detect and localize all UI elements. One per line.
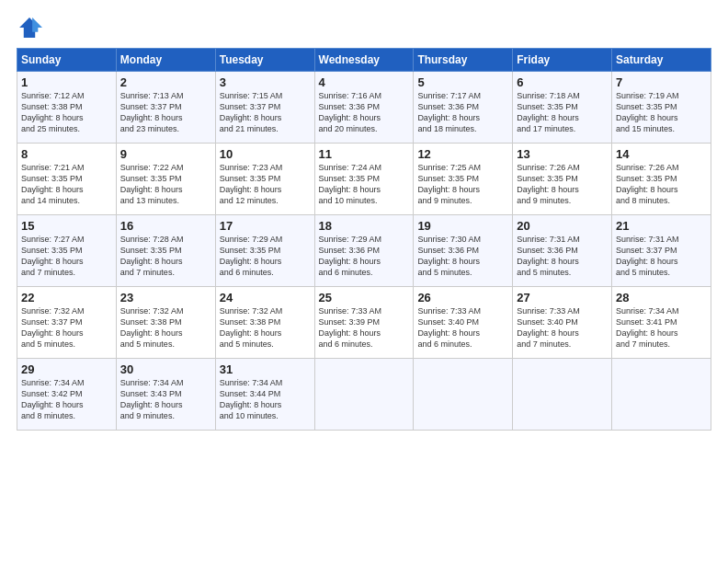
day-header-thursday: Thursday: [414, 49, 513, 72]
cal-cell: 5Sunrise: 7:17 AMSunset: 3:36 PMDaylight…: [414, 72, 513, 144]
logo: [17, 15, 46, 40]
cal-cell: [314, 359, 414, 431]
cal-cell: [612, 359, 711, 431]
day-number: 9: [120, 147, 211, 161]
cell-info: Sunrise: 7:12 AMSunset: 3:38 PMDaylight:…: [21, 90, 112, 135]
cal-cell: 31Sunrise: 7:34 AMSunset: 3:44 PMDayligh…: [215, 359, 314, 431]
day-number: 29: [21, 362, 112, 376]
cal-cell: 16Sunrise: 7:28 AMSunset: 3:35 PMDayligh…: [116, 215, 215, 287]
day-number: 20: [517, 219, 608, 233]
cell-info: Sunrise: 7:19 AMSunset: 3:35 PMDaylight:…: [616, 90, 707, 135]
day-number: 12: [417, 147, 508, 161]
day-number: 31: [220, 362, 311, 376]
cell-info: Sunrise: 7:32 AMSunset: 3:37 PMDaylight:…: [21, 305, 112, 350]
week-row-4: 22Sunrise: 7:32 AMSunset: 3:37 PMDayligh…: [17, 287, 711, 359]
cal-cell: 28Sunrise: 7:34 AMSunset: 3:41 PMDayligh…: [612, 287, 711, 359]
week-row-2: 8Sunrise: 7:21 AMSunset: 3:35 PMDaylight…: [17, 144, 711, 215]
calendar-table: SundayMondayTuesdayWednesdayThursdayFrid…: [17, 48, 711, 431]
cal-cell: 14Sunrise: 7:26 AMSunset: 3:35 PMDayligh…: [612, 144, 711, 215]
cal-cell: 24Sunrise: 7:32 AMSunset: 3:38 PMDayligh…: [215, 287, 314, 359]
day-header-saturday: Saturday: [612, 49, 711, 72]
cal-cell: 1Sunrise: 7:12 AMSunset: 3:38 PMDaylight…: [17, 72, 117, 144]
cell-info: Sunrise: 7:15 AMSunset: 3:37 PMDaylight:…: [220, 90, 311, 135]
day-number: 8: [21, 147, 112, 161]
cell-info: Sunrise: 7:28 AMSunset: 3:35 PMDaylight:…: [120, 234, 211, 279]
cell-info: Sunrise: 7:26 AMSunset: 3:35 PMDaylight:…: [517, 162, 608, 207]
day-number: 1: [21, 75, 112, 89]
day-number: 30: [120, 362, 211, 376]
cell-info: Sunrise: 7:34 AMSunset: 3:43 PMDaylight:…: [120, 377, 211, 422]
day-header-wednesday: Wednesday: [314, 49, 414, 72]
cal-cell: 9Sunrise: 7:22 AMSunset: 3:35 PMDaylight…: [116, 144, 215, 215]
day-number: 17: [220, 219, 311, 233]
cal-cell: 6Sunrise: 7:18 AMSunset: 3:35 PMDaylight…: [513, 72, 612, 144]
day-number: 15: [21, 219, 112, 233]
day-number: 27: [517, 291, 608, 304]
cal-cell: 11Sunrise: 7:24 AMSunset: 3:35 PMDayligh…: [314, 144, 414, 215]
cell-info: Sunrise: 7:34 AMSunset: 3:44 PMDaylight:…: [220, 377, 311, 422]
day-header-monday: Monday: [116, 49, 215, 72]
cal-cell: 12Sunrise: 7:25 AMSunset: 3:35 PMDayligh…: [414, 144, 513, 215]
week-row-1: 1Sunrise: 7:12 AMSunset: 3:38 PMDaylight…: [17, 72, 711, 144]
cal-cell: 2Sunrise: 7:13 AMSunset: 3:37 PMDaylight…: [116, 72, 215, 144]
cal-cell: 30Sunrise: 7:34 AMSunset: 3:43 PMDayligh…: [116, 359, 215, 431]
cal-cell: [414, 359, 513, 431]
cell-info: Sunrise: 7:33 AMSunset: 3:39 PMDaylight:…: [319, 305, 410, 350]
logo-icon: [17, 15, 42, 40]
cal-cell: 29Sunrise: 7:34 AMSunset: 3:42 PMDayligh…: [17, 359, 117, 431]
day-number: 2: [120, 75, 211, 89]
cell-info: Sunrise: 7:17 AMSunset: 3:36 PMDaylight:…: [417, 90, 508, 135]
cal-cell: 22Sunrise: 7:32 AMSunset: 3:37 PMDayligh…: [17, 287, 117, 359]
cell-info: Sunrise: 7:13 AMSunset: 3:37 PMDaylight:…: [120, 90, 211, 135]
cell-info: Sunrise: 7:30 AMSunset: 3:36 PMDaylight:…: [417, 234, 508, 279]
cal-cell: 7Sunrise: 7:19 AMSunset: 3:35 PMDaylight…: [612, 72, 711, 144]
cal-cell: 21Sunrise: 7:31 AMSunset: 3:37 PMDayligh…: [612, 215, 711, 287]
cell-info: Sunrise: 7:31 AMSunset: 3:36 PMDaylight:…: [517, 234, 608, 279]
cal-cell: 20Sunrise: 7:31 AMSunset: 3:36 PMDayligh…: [513, 215, 612, 287]
cal-cell: 27Sunrise: 7:33 AMSunset: 3:40 PMDayligh…: [513, 287, 612, 359]
cell-info: Sunrise: 7:24 AMSunset: 3:35 PMDaylight:…: [319, 162, 410, 207]
cell-info: Sunrise: 7:27 AMSunset: 3:35 PMDaylight:…: [21, 234, 112, 279]
cell-info: Sunrise: 7:31 AMSunset: 3:37 PMDaylight:…: [616, 234, 707, 279]
day-number: 5: [417, 75, 508, 89]
day-header-tuesday: Tuesday: [215, 49, 314, 72]
day-number: 18: [319, 219, 410, 233]
day-number: 23: [120, 291, 211, 304]
cell-info: Sunrise: 7:33 AMSunset: 3:40 PMDaylight:…: [417, 305, 508, 350]
day-number: 13: [517, 147, 608, 161]
cal-cell: 8Sunrise: 7:21 AMSunset: 3:35 PMDaylight…: [17, 144, 117, 215]
cell-info: Sunrise: 7:33 AMSunset: 3:40 PMDaylight:…: [517, 305, 608, 350]
day-number: 19: [417, 219, 508, 233]
day-number: 4: [319, 75, 410, 89]
day-number: 7: [616, 75, 707, 89]
cell-info: Sunrise: 7:29 AMSunset: 3:36 PMDaylight:…: [319, 234, 410, 279]
cell-info: Sunrise: 7:26 AMSunset: 3:35 PMDaylight:…: [616, 162, 707, 207]
cell-info: Sunrise: 7:29 AMSunset: 3:35 PMDaylight:…: [220, 234, 311, 279]
day-number: 25: [319, 291, 410, 304]
day-number: 14: [616, 147, 707, 161]
cell-info: Sunrise: 7:32 AMSunset: 3:38 PMDaylight:…: [120, 305, 211, 350]
day-number: 3: [220, 75, 311, 89]
week-row-5: 29Sunrise: 7:34 AMSunset: 3:42 PMDayligh…: [17, 359, 711, 431]
cal-cell: 26Sunrise: 7:33 AMSunset: 3:40 PMDayligh…: [414, 287, 513, 359]
header-row: SundayMondayTuesdayWednesdayThursdayFrid…: [17, 49, 711, 72]
cal-cell: 19Sunrise: 7:30 AMSunset: 3:36 PMDayligh…: [414, 215, 513, 287]
cal-cell: 25Sunrise: 7:33 AMSunset: 3:39 PMDayligh…: [314, 287, 414, 359]
header: [17, 15, 711, 40]
cell-info: Sunrise: 7:32 AMSunset: 3:38 PMDaylight:…: [220, 305, 311, 350]
day-number: 16: [120, 219, 211, 233]
cell-info: Sunrise: 7:18 AMSunset: 3:35 PMDaylight:…: [517, 90, 608, 135]
cal-cell: 15Sunrise: 7:27 AMSunset: 3:35 PMDayligh…: [17, 215, 117, 287]
svg-marker-1: [32, 17, 42, 32]
cal-cell: [513, 359, 612, 431]
day-header-friday: Friday: [513, 49, 612, 72]
cell-info: Sunrise: 7:16 AMSunset: 3:36 PMDaylight:…: [319, 90, 410, 135]
day-header-sunday: Sunday: [17, 49, 117, 72]
day-number: 24: [220, 291, 311, 304]
day-number: 21: [616, 219, 707, 233]
cal-cell: 13Sunrise: 7:26 AMSunset: 3:35 PMDayligh…: [513, 144, 612, 215]
day-number: 26: [417, 291, 508, 304]
cell-info: Sunrise: 7:23 AMSunset: 3:35 PMDaylight:…: [220, 162, 311, 207]
day-number: 28: [616, 291, 707, 304]
cal-cell: 10Sunrise: 7:23 AMSunset: 3:35 PMDayligh…: [215, 144, 314, 215]
